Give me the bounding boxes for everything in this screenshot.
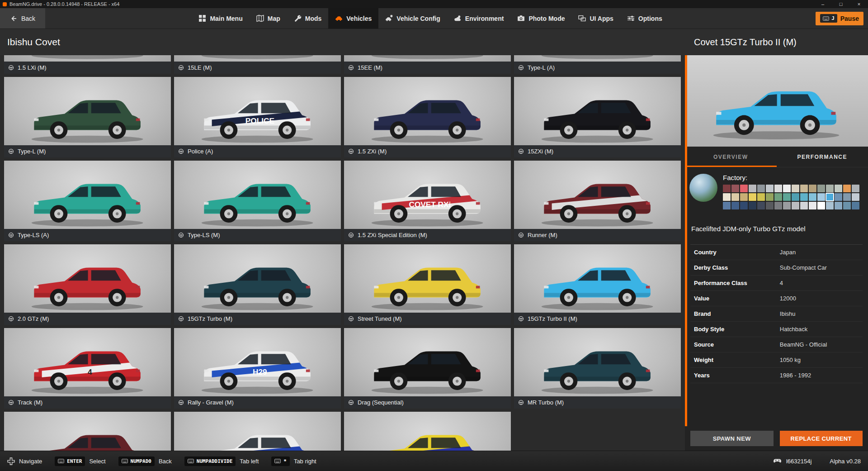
panel-scrollbar[interactable] — [685, 55, 687, 426]
car-illustration — [538, 55, 658, 61]
vehicle-tile-runner-m[interactable]: Runner (M) — [514, 161, 681, 241]
environment-thumbnail[interactable] — [689, 174, 717, 202]
factory-color-swatch[interactable] — [835, 202, 842, 209]
factory-color-swatch[interactable] — [749, 202, 756, 209]
close-button[interactable]: × — [850, 0, 868, 8]
vehicle-tile-police-a[interactable]: POLICE Police (A) — [174, 77, 341, 157]
vehicle-grid-viewport[interactable]: 1.5 LXi (M) 15LE (M) 15EE (M) — [0, 55, 685, 451]
factory-color-swatch[interactable] — [783, 193, 791, 201]
factory-color-swatch[interactable] — [749, 185, 756, 192]
factory-color-swatch[interactable] — [852, 193, 859, 201]
factory-color-swatch[interactable] — [843, 193, 851, 201]
detail-title: Covet 15GTz Turbo II (M) — [685, 29, 868, 55]
vehicle-tile-track-m[interactable]: 4 Track (M) — [4, 328, 171, 409]
vehicle-tile-partial-21[interactable]: 4 — [174, 412, 341, 451]
factory-color-swatch[interactable] — [740, 193, 748, 201]
vehicle-tile-15gtz-turbo-m[interactable]: 15GTz Turbo (M) — [174, 244, 341, 325]
vehicle-tile-street-tuned-m[interactable]: Street Tuned (M) — [344, 244, 511, 325]
factory-color-swatch[interactable] — [817, 193, 825, 201]
factory-color-swatch[interactable] — [843, 202, 851, 209]
minimize-button[interactable]: – — [814, 0, 832, 8]
factory-color-swatch[interactable] — [774, 202, 782, 209]
vehicle-tile-type-l-m[interactable]: Type-L (M) — [4, 77, 171, 157]
factory-color-swatch[interactable] — [757, 185, 765, 192]
nav-item-vehicle-config[interactable]: Vehicle Config — [378, 8, 447, 29]
vehicle-tile-type-ls-m[interactable]: Type-LS (M) — [174, 161, 341, 241]
nav-item-mods[interactable]: Mods — [287, 8, 329, 29]
factory-color-swatch[interactable] — [774, 193, 782, 201]
car-illustration — [198, 252, 318, 312]
factory-color-swatch[interactable] — [723, 185, 731, 192]
factory-color-swatch[interactable] — [731, 193, 739, 201]
nav-item-options[interactable]: Options — [620, 8, 669, 29]
pause-button[interactable]: J Pause — [816, 12, 863, 25]
back-button[interactable]: Back — [0, 8, 45, 29]
factory-color-swatch[interactable] — [757, 202, 765, 209]
factory-color-swatch[interactable] — [757, 193, 765, 201]
factory-color-swatch[interactable] — [783, 185, 791, 192]
vehicle-tile-type-l-a[interactable]: Type-L (A) — [514, 55, 681, 74]
factory-color-swatch[interactable] — [843, 185, 851, 192]
vehicle-tile-mr-turbo-m[interactable]: MR Turbo (M) — [514, 328, 681, 409]
factory-color-swatch[interactable] — [852, 202, 859, 209]
factory-color-swatch[interactable] — [800, 193, 808, 201]
factory-color-swatch[interactable] — [766, 202, 774, 209]
nav-item-vehicles[interactable]: Vehicles — [328, 8, 378, 29]
vehicle-tile-2-0-gtz-m[interactable]: 2.0 GTz (M) — [4, 244, 171, 325]
vehicle-variant-label: 15GTz Turbo (M) — [188, 315, 232, 322]
tab-overview[interactable]: OVERVIEW — [685, 147, 777, 167]
vehicle-tile-1-5-zxi-m[interactable]: 1.5 ZXi (M) — [344, 77, 511, 157]
vehicle-tile-drag-sequential[interactable]: Drag (Sequential) — [344, 328, 511, 409]
car-illustration — [538, 252, 658, 312]
factory-color-swatch[interactable] — [723, 202, 731, 209]
factory-color-swatch[interactable] — [766, 193, 774, 201]
factory-color-swatch[interactable] — [800, 185, 808, 192]
factory-color-swatch[interactable] — [792, 193, 799, 201]
factory-color-swatch[interactable] — [740, 202, 748, 209]
spawn-new-button[interactable]: SPAWN NEW — [690, 431, 774, 446]
factory-color-swatch[interactable] — [731, 185, 739, 192]
nav-item-map[interactable]: Map — [250, 8, 287, 29]
vehicle-tile-15gtz-turbo-ii-m[interactable]: 15GTz Turbo II (M) — [514, 244, 681, 325]
vehicle-tile-rally-gravel-m[interactable]: H29 Rally - Gravel (M) — [174, 328, 341, 409]
vehicle-tile-15ee-m[interactable]: 15EE (M) — [344, 55, 511, 74]
factory-color-swatch[interactable] — [809, 193, 816, 201]
factory-color-swatch[interactable] — [852, 185, 859, 192]
vehicle-variant-label: Drag (Sequential) — [358, 399, 404, 406]
factory-color-swatch[interactable] — [749, 193, 756, 201]
factory-color-swatch[interactable] — [826, 185, 834, 192]
nav-item-main-menu[interactable]: Main Menu — [192, 8, 249, 29]
factory-color-swatch[interactable] — [826, 202, 834, 209]
tab-performance[interactable]: PERFORMANCE — [777, 147, 868, 167]
factory-color-swatch[interactable] — [835, 185, 842, 192]
factory-color-swatch[interactable] — [826, 193, 834, 201]
factory-color-swatch[interactable] — [774, 185, 782, 192]
vehicle-tile-15zxi-m[interactable]: 15ZXi (M) — [514, 77, 681, 157]
vehicle-tile-15le-m[interactable]: 15LE (M) — [174, 55, 341, 74]
vehicle-tile-1-5-lxi-m[interactable]: 1.5 LXi (M) — [4, 55, 171, 74]
vehicle-thumbnail — [174, 161, 341, 229]
nav-item-ui-apps[interactable]: UI Apps — [571, 8, 620, 29]
nav-item-photo-mode[interactable]: Photo Mode — [510, 8, 571, 29]
factory-color-swatch[interactable] — [809, 202, 816, 209]
factory-color-swatch[interactable] — [817, 185, 825, 192]
factory-color-swatch[interactable] — [792, 202, 799, 209]
action-buttons: SPAWN NEW REPLACE CURRENT — [690, 431, 863, 446]
vehicle-tile-partial-20[interactable] — [4, 412, 171, 451]
factory-color-swatch[interactable] — [723, 193, 731, 201]
maximize-button[interactable]: □ — [832, 0, 850, 8]
factory-color-swatch[interactable] — [809, 185, 816, 192]
factory-color-swatch[interactable] — [766, 185, 774, 192]
factory-color-swatch[interactable] — [731, 202, 739, 209]
nav-item-environment[interactable]: Environment — [447, 8, 511, 29]
factory-color-swatch[interactable] — [835, 193, 842, 201]
factory-color-swatch[interactable] — [740, 185, 748, 192]
replace-current-button[interactable]: REPLACE CURRENT — [780, 431, 863, 446]
factory-color-swatch[interactable] — [817, 202, 825, 209]
factory-color-swatch[interactable] — [792, 185, 799, 192]
vehicle-tile-1-5-zxi-special-edition-m[interactable]: COVET RXi 1.5 ZXi Special Edition (M) — [344, 161, 511, 241]
factory-color-swatch[interactable] — [800, 202, 808, 209]
vehicle-tile-type-ls-a[interactable]: Type-LS (A) — [4, 161, 171, 241]
factory-color-swatch[interactable] — [783, 202, 791, 209]
vehicle-tile-partial-22[interactable]: 076 — [344, 412, 511, 451]
